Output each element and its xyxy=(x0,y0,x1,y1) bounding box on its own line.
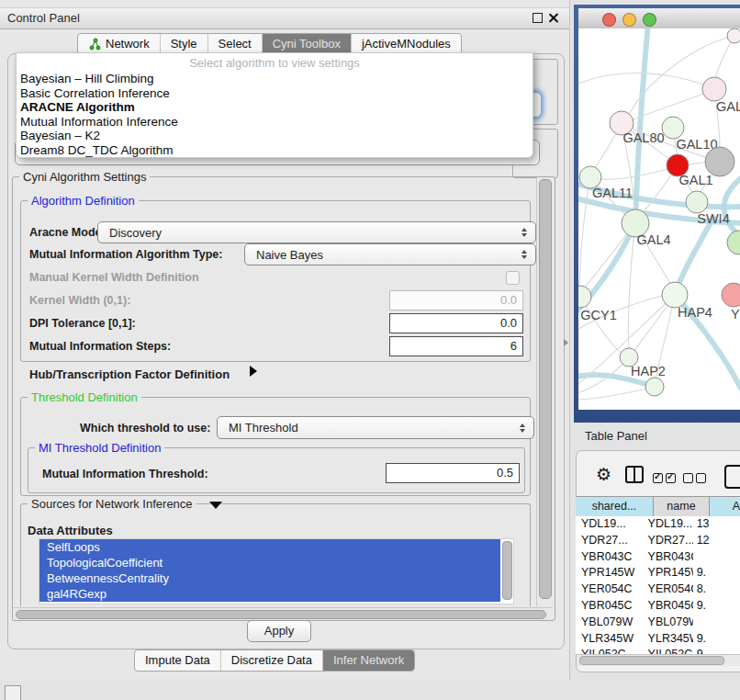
table-row[interactable]: YBR043CYBR043C xyxy=(576,549,740,566)
attribute-item-betweennesscentrality[interactable]: BetweennessCentrality xyxy=(39,570,500,586)
node-label: GAL11 xyxy=(592,186,633,200)
mi-type-select[interactable]: Naive Bayes xyxy=(244,243,536,265)
node-label: GCY1 xyxy=(580,308,617,322)
minimize-traffic-icon[interactable] xyxy=(622,13,636,27)
tab-infer-network[interactable]: Infer Network xyxy=(322,650,414,671)
table-row[interactable]: YLR345WYLR345W9. xyxy=(576,631,740,648)
dropdown-placeholder: Select algorithm to view settings xyxy=(17,55,533,72)
table-row[interactable]: YDR27...YDR27...12 xyxy=(576,533,740,549)
settings-hscroll-thumb[interactable] xyxy=(16,610,546,619)
aracne-mode-select[interactable]: Discovery xyxy=(97,221,536,243)
tab-impute-data[interactable]: Impute Data xyxy=(135,650,220,671)
table-cell: 12 xyxy=(693,533,740,549)
tab-label: jActiveMNodules xyxy=(362,34,451,54)
settings-hscrollbar[interactable] xyxy=(13,607,553,619)
table-hscroll-thumb[interactable] xyxy=(579,656,724,665)
tab-select[interactable]: Select xyxy=(207,34,262,54)
attribute-item-topologicalcoefficient[interactable]: TopologicalCoefficient xyxy=(39,555,500,570)
network-edge-thick[interactable] xyxy=(635,28,648,223)
apply-button[interactable]: Apply xyxy=(247,620,311,642)
manual-kernel-checkbox[interactable] xyxy=(506,271,520,285)
network-node-hap4[interactable] xyxy=(662,282,688,308)
algorithm-option-bayesian-hill-climbing[interactable]: Bayesian – Hill Climbing xyxy=(17,72,533,86)
expand-arrow-icon[interactable] xyxy=(250,366,257,377)
network-edge[interactable] xyxy=(578,387,655,400)
algorithm-option-bayesian-k2[interactable]: Bayesian – K2 xyxy=(17,129,533,143)
table-cell: YBR043C xyxy=(576,549,645,566)
kernel-width-label: Kernel Width (0,1): xyxy=(29,294,130,307)
algorithm-definition-legend: Algorithm Definition xyxy=(28,195,139,208)
table-row[interactable]: YBL079WYBL079W xyxy=(576,615,740,631)
algorithm-option-aracne-algorithm[interactable]: ARACNE Algorithm xyxy=(17,100,533,115)
table-cell: 9. xyxy=(693,631,740,648)
table-row[interactable]: YPR145WYPR145W9. xyxy=(576,565,740,581)
tab-jactivemnodules[interactable]: jActiveMNodules xyxy=(351,34,461,54)
network-node[interactable] xyxy=(705,147,734,176)
mi-steps-field[interactable]: 6 xyxy=(389,336,523,356)
tab-discretize-data[interactable]: Discretize Data xyxy=(220,650,322,671)
gear-icon[interactable]: ⚙ xyxy=(596,464,611,485)
tab-cyni-toolbox[interactable]: Cyni Toolbox xyxy=(262,34,351,54)
splitter-toggle-icon[interactable] xyxy=(564,339,568,346)
network-node[interactable] xyxy=(727,231,740,254)
table-row[interactable]: YIL052CYIL052C9 xyxy=(576,647,740,654)
attribute-item-selfloops[interactable]: SelfLoops xyxy=(39,539,500,555)
table-row[interactable]: YDL19...YDL19...13 xyxy=(576,516,740,533)
attribute-item-gal4rgexp[interactable]: gal4RGexp xyxy=(39,586,500,602)
table-cell: YBL079W xyxy=(645,615,693,631)
which-threshold-select[interactable]: MI Threshold xyxy=(217,416,534,439)
mi-threshold-field[interactable]: 0.5 xyxy=(386,463,520,483)
table-body[interactable]: YDL19...YDL19...13YDR27...YDR27...12YBR0… xyxy=(576,516,740,654)
list-scrollbar[interactable] xyxy=(502,541,512,600)
network-node-gal10[interactable] xyxy=(662,117,684,139)
table-row[interactable]: YER054CYER054C8. xyxy=(576,581,740,598)
settings-vscroll-thumb[interactable] xyxy=(539,179,552,599)
table-cell: YBR043C xyxy=(645,549,693,566)
network-node-y[interactable] xyxy=(722,283,740,307)
checked-pair-icon[interactable] xyxy=(653,470,678,487)
column-header-shared[interactable]: shared... xyxy=(576,497,654,516)
settings-vscrollbar[interactable] xyxy=(536,177,554,606)
table-cell: YPR145W xyxy=(576,565,645,581)
columns-icon[interactable] xyxy=(625,466,644,483)
collapse-arrow-icon[interactable] xyxy=(209,502,222,509)
network-node-gal[interactable] xyxy=(702,77,726,101)
which-threshold-value: MI Threshold xyxy=(229,421,298,435)
kernel-width-field[interactable]: 0.0 xyxy=(389,290,523,310)
file-icon[interactable] xyxy=(724,465,740,489)
zoom-traffic-icon[interactable] xyxy=(643,13,656,27)
column-header-name[interactable]: name xyxy=(654,497,710,516)
mi-steps-label: Mutual Information Steps: xyxy=(29,340,171,353)
close-icon[interactable] xyxy=(548,12,559,23)
tab-label: Select xyxy=(219,34,252,54)
algorithm-option-mutual-information-inference[interactable]: Mutual Information Inference xyxy=(17,115,533,130)
node-label: GAL1 xyxy=(678,173,712,187)
network-node-swi4[interactable] xyxy=(686,191,708,213)
network-node-gcy1[interactable] xyxy=(578,286,591,308)
tab-style[interactable]: Style xyxy=(160,34,207,54)
table-row[interactable]: YBR045CYBR045C9. xyxy=(576,598,740,615)
close-traffic-icon[interactable] xyxy=(602,13,616,27)
algorithm-option-dream8-dc-tdc-algorithm[interactable]: Dream8 DC_TDC Algorithm xyxy=(17,143,533,158)
data-attributes-list[interactable]: SelfLoopsTopologicalCoefficientBetweenne… xyxy=(39,538,514,604)
network-canvas[interactable]: GALGAL80GAL10GAL1GAL11SWI4GAL4GCY1HAP4YH… xyxy=(578,28,740,410)
float-icon[interactable] xyxy=(533,13,543,23)
network-node[interactable] xyxy=(645,378,664,396)
mi-threshold-label: Mutual Information Threshold: xyxy=(42,468,208,480)
network-node[interactable] xyxy=(727,28,740,43)
network-window-titlebar[interactable] xyxy=(578,8,740,29)
data-attributes-label: Data Attributes xyxy=(28,524,113,537)
network-edge[interactable] xyxy=(628,223,635,350)
mi-type-value: Naive Bayes xyxy=(256,248,323,262)
node-label: GAL xyxy=(716,99,740,114)
manual-kernel-label: Manual Kernel Width Definition xyxy=(29,271,199,284)
column-header-a[interactable]: A xyxy=(710,497,740,516)
dpi-tolerance-field[interactable]: 0.0 xyxy=(389,313,523,333)
network-edge[interactable] xyxy=(579,177,590,289)
unchecked-pair-icon[interactable] xyxy=(683,470,709,487)
table-cell: 8. xyxy=(693,581,740,598)
tab-network[interactable]: Network xyxy=(78,34,160,54)
hub-section-label[interactable]: Hub/Transcription Factor Definition xyxy=(29,367,230,381)
algorithm-option-basic-correlation-inference[interactable]: Basic Correlation Inference xyxy=(17,86,533,101)
table-cell: YBL079W xyxy=(576,615,645,631)
